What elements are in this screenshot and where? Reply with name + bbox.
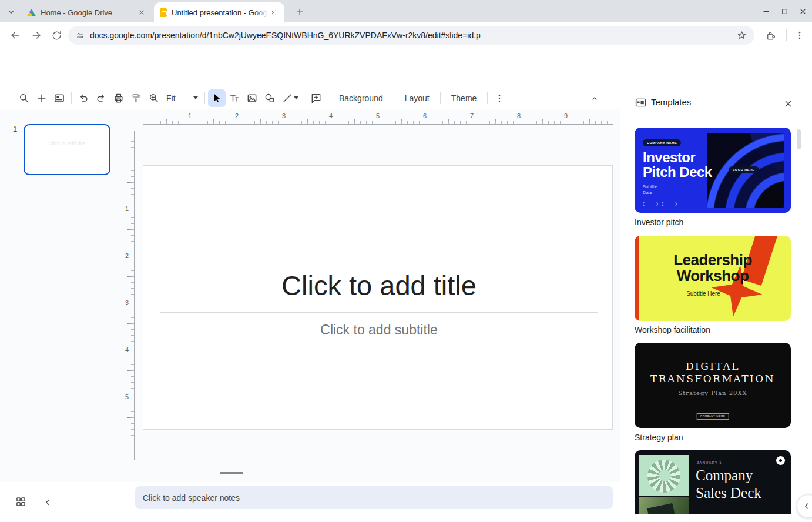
address-bar[interactable]: docs.google.com/presentation/d/1nbCw2jUw… [68, 26, 754, 45]
thumbnail-ghost-title: Click to add title [25, 140, 109, 146]
google-slides-favicon [160, 8, 167, 17]
ruler-number: 9 [562, 112, 569, 119]
print-button[interactable] [110, 89, 127, 107]
ruler-number: 1 [186, 112, 193, 119]
new-slide-button[interactable] [33, 89, 51, 107]
window-minimize-button[interactable] [759, 4, 774, 18]
speaker-notes-input[interactable]: Click to add speaker notes [135, 486, 613, 509]
tab-title: Untitled presentation - Google S [172, 8, 268, 17]
ruler-number: 2 [123, 252, 131, 259]
ruler-number: 6 [421, 112, 428, 119]
window-close-button[interactable] [795, 4, 810, 18]
undo-button[interactable] [75, 89, 92, 107]
bookmark-star-icon[interactable] [736, 30, 747, 41]
zoom-select[interactable]: Fit [163, 89, 202, 107]
zoom-caret-icon [193, 96, 198, 99]
text-box-tool-button[interactable] [226, 89, 243, 107]
new-slide-layout-button[interactable] [51, 89, 68, 107]
redo-button[interactable] [92, 89, 110, 107]
tab-close-icon[interactable] [268, 7, 279, 18]
notes-resize-handle[interactable] [220, 472, 243, 474]
ruler-number: 8 [515, 112, 522, 119]
footer-pill [662, 202, 677, 206]
filmstrip-slide-thumbnail[interactable]: Click to add title [24, 124, 110, 175]
investor-subtitle: Subtitle [643, 184, 657, 189]
ruler-number: 4 [123, 346, 131, 353]
browser-tab-drive[interactable]: Home - Google Drive [21, 2, 153, 22]
workshop-subtitle: Subtitle Here [635, 290, 772, 297]
workshop-title-line1: Leadership [635, 252, 791, 268]
select-tool-button[interactable] [208, 89, 226, 107]
zoom-value: Fit [166, 93, 193, 103]
search-menus-button[interactable] [15, 89, 33, 107]
toolbar-more-button[interactable] [491, 89, 508, 107]
templates-panel-title: Templates [651, 97, 691, 107]
templates-close-icon[interactable] [780, 96, 796, 111]
grid-view-button[interactable] [13, 494, 28, 509]
template-card-sales-deck[interactable]: JANUARY 1 Company Sales Deck [635, 450, 791, 514]
investor-date: Date [643, 190, 652, 195]
browser-nav-bar: docs.google.com/presentation/d/1nbCw2jUw… [0, 22, 812, 48]
collapse-panel-button[interactable] [797, 494, 812, 518]
paint-format-button[interactable] [127, 89, 145, 107]
title-placeholder-box[interactable]: Click to add title [160, 205, 598, 310]
forward-button[interactable] [29, 28, 43, 42]
investor-footer-pills [643, 202, 677, 206]
nav-separator [786, 29, 787, 41]
subtitle-placeholder-text: Click to add subtitle [320, 322, 437, 338]
template-card-workshop[interactable]: Leadership Workshop Subtitle Here [635, 236, 791, 321]
window-maximize-button[interactable] [777, 4, 792, 18]
ruler-number: 5 [123, 393, 131, 400]
site-info-icon[interactable] [75, 31, 85, 41]
background-button[interactable]: Background [331, 89, 391, 107]
templates-scrollbar-thumb[interactable] [797, 129, 801, 149]
tab-title: Home - Google Drive [41, 8, 136, 17]
browser-tab-presentation[interactable]: Untitled presentation - Google S [154, 2, 284, 22]
filmstrip-slide-number: 1 [13, 125, 17, 133]
tab-title-fade [253, 8, 268, 17]
ruler-number: 4 [327, 112, 334, 119]
back-button[interactable] [8, 28, 22, 42]
collapse-filmstrip-icon[interactable] [40, 494, 55, 510]
new-tab-button[interactable] [293, 5, 307, 19]
template-card-investor-pitch[interactable]: COMPANY NAME Investor Pitch Deck Subtitl… [635, 128, 791, 213]
ruler-number: 2 [233, 112, 240, 119]
browser-menu-icon[interactable] [793, 28, 807, 42]
sales-photo-tablet [647, 503, 676, 514]
ruler-number: 1 [123, 205, 131, 212]
investor-company-badge: COMPANY NAME [643, 139, 681, 146]
url-text[interactable]: docs.google.com/presentation/d/1nbCw2jUw… [90, 31, 736, 40]
investor-title-line2: Pitch Deck [643, 165, 712, 179]
template-card-strategy[interactable]: DIGITAL TRANSFORMATION Strategy Plan 20X… [635, 343, 791, 428]
investor-title-line1: Investor [643, 150, 695, 165]
templates-panel-header: Templates [620, 87, 812, 120]
insert-image-button[interactable] [243, 89, 261, 107]
hide-menus-button[interactable] [586, 89, 603, 107]
toolbar-separator [440, 92, 441, 104]
template-caption-investor: Investor pitch [635, 218, 683, 227]
toolbar-separator [304, 92, 304, 104]
tab-search-chevron-icon[interactable] [5, 5, 18, 18]
insert-shape-button[interactable] [261, 89, 279, 107]
zoom-button[interactable] [145, 89, 163, 107]
extensions-icon[interactable] [763, 28, 777, 42]
theme-button[interactable]: Theme [444, 89, 485, 107]
investor-logo-badge: LOGO HERE [729, 166, 759, 173]
layout-button[interactable]: Layout [397, 89, 437, 107]
toolbar-separator [204, 92, 205, 104]
toolbar-separator [487, 92, 488, 104]
title-placeholder-text: Click to add title [281, 269, 477, 302]
sales-title-line2: Sales Deck [696, 484, 761, 502]
reload-button[interactable] [49, 28, 63, 42]
slides-header: Untitled presentation File Edit View Ins… [0, 48, 812, 87]
tab-title-fade [121, 8, 136, 17]
slide-canvas[interactable]: Click to add title Click to add subtitle [143, 165, 613, 430]
line-caret-icon[interactable] [294, 96, 298, 99]
sales-corner-badge [776, 456, 785, 465]
subtitle-placeholder-box[interactable]: Click to add subtitle [160, 312, 598, 352]
sales-photo [639, 497, 689, 514]
tab-close-icon[interactable] [136, 7, 147, 18]
editor-workspace: 1 Click to add title 1 2 3 4 5 6 7 8 9 1… [0, 109, 620, 482]
insert-comment-button[interactable] [307, 89, 325, 107]
workshop-title-line2: Workshop [635, 268, 791, 284]
